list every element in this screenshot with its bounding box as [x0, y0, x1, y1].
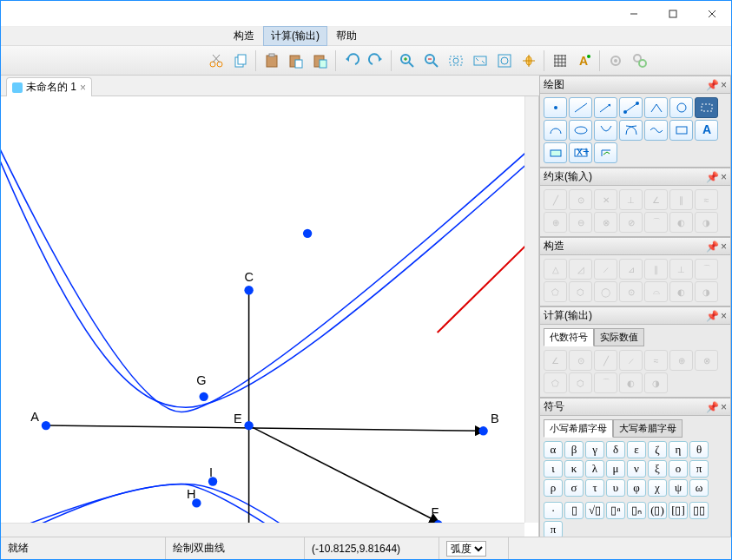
construct-tool[interactable]: ⬠ [544, 281, 567, 302]
grid-icon[interactable] [549, 49, 571, 72]
greek-symbol[interactable]: φ [627, 479, 646, 497]
construct-tool[interactable]: ⬡ [569, 281, 592, 302]
compute-tool[interactable]: ≈ [644, 350, 668, 371]
greek-symbol[interactable]: ι [544, 460, 563, 478]
compute-tool[interactable]: ╱ [594, 350, 617, 371]
compute-tool[interactable]: ◑ [644, 372, 668, 393]
compute-tab-algebraic[interactable]: 代数符号 [544, 328, 594, 346]
zoom-window-icon[interactable] [445, 49, 467, 72]
math-symbol[interactable]: π [544, 521, 563, 537]
constraint-tool[interactable]: ≈ [695, 189, 718, 210]
greek-symbol[interactable]: μ [606, 460, 625, 478]
greek-symbol[interactable]: ν [627, 460, 646, 478]
zoom-in-icon[interactable] [396, 49, 419, 72]
math-symbol[interactable]: ▯ⁿ [606, 502, 625, 519]
draw-tool-3[interactable] [594, 97, 617, 118]
greek-symbol[interactable]: λ [585, 460, 604, 478]
constraint-tool[interactable]: ◐ [669, 212, 693, 233]
compute-tool[interactable]: ⊙ [569, 350, 592, 371]
draw-tool-13[interactable] [669, 120, 693, 141]
draw-tool-11[interactable] [619, 120, 643, 141]
greek-symbol[interactable]: χ [648, 479, 667, 497]
panel-close-icon[interactable]: × [721, 401, 727, 413]
zoom-extent-icon[interactable] [493, 49, 516, 72]
construct-tool[interactable]: ⊙ [619, 281, 643, 302]
draw-tool-select-box[interactable] [695, 97, 718, 118]
construct-tool[interactable]: ∥ [644, 259, 668, 280]
cut-icon[interactable] [205, 49, 228, 72]
greek-symbol[interactable]: π [689, 460, 709, 478]
math-symbol[interactable]: · [544, 502, 563, 519]
greek-symbol[interactable]: ο [669, 460, 688, 478]
draw-tool-15[interactable] [544, 142, 567, 163]
maximize-button[interactable] [653, 1, 692, 27]
label-icon[interactable]: A [573, 49, 596, 72]
draw-tool-17[interactable] [594, 142, 617, 163]
pin-icon[interactable]: 📌 [706, 171, 719, 183]
construct-tool[interactable]: ◑ [695, 281, 718, 302]
greek-symbol[interactable]: γ [585, 441, 604, 458]
panel-close-icon[interactable]: × [721, 79, 727, 91]
greek-symbol[interactable]: ω [689, 479, 709, 497]
compute-tool[interactable]: ⟋ [619, 350, 643, 371]
greek-symbol[interactable]: δ [606, 441, 625, 458]
draw-tool-8[interactable] [544, 120, 567, 141]
panel-close-icon[interactable]: × [721, 240, 727, 253]
pin-icon[interactable]: 📌 [706, 310, 719, 322]
greek-symbol[interactable]: α [544, 441, 563, 458]
construct-tool[interactable]: ◐ [669, 281, 693, 302]
canvas-area[interactable]: A B C E F G H I [1, 96, 539, 537]
construct-tool[interactable]: ◯ [594, 281, 617, 302]
draw-tool-6[interactable] [669, 97, 693, 118]
close-button[interactable] [692, 1, 731, 27]
paste-icon[interactable] [260, 49, 283, 72]
zoom-out-icon[interactable] [420, 49, 443, 72]
greek-symbol[interactable]: θ [689, 441, 709, 458]
greek-symbol[interactable]: β [564, 441, 584, 458]
panel-close-icon[interactable]: × [721, 310, 727, 322]
math-symbol[interactable]: (▯) [648, 502, 667, 519]
constraint-tool[interactable]: ✕ [594, 189, 617, 210]
construct-tool[interactable]: ⊥ [669, 259, 693, 280]
draw-tool-1[interactable] [544, 97, 567, 118]
greek-symbol[interactable]: τ [585, 479, 604, 497]
pin-icon[interactable]: 📌 [706, 240, 719, 253]
menu-construct[interactable]: 构造 [227, 27, 261, 45]
construct-tool[interactable]: ⟋ [594, 259, 617, 280]
greek-symbol[interactable]: ρ [544, 479, 563, 497]
panel-close-icon[interactable]: × [721, 171, 727, 183]
document-tab[interactable]: 未命名的 1 × [6, 77, 92, 96]
math-symbol[interactable]: [▯] [669, 502, 688, 519]
constraint-tool[interactable]: ╱ [544, 189, 567, 210]
symbol-tab-lower[interactable]: 小写希腊字母 [544, 419, 613, 438]
compute-tool[interactable]: ⌒ [594, 372, 617, 393]
compute-tool[interactable]: ◐ [619, 372, 643, 393]
constraint-tool[interactable]: ∥ [669, 189, 693, 210]
constraint-tool[interactable]: ⊖ [569, 212, 592, 233]
construct-tool[interactable]: ⌒ [695, 259, 718, 280]
minimize-button[interactable] [614, 1, 653, 27]
math-symbol[interactable]: √▯ [585, 502, 604, 519]
math-symbol[interactable]: ▯ [564, 502, 584, 519]
construct-tool[interactable]: ⊿ [619, 259, 643, 280]
greek-symbol[interactable]: η [669, 441, 688, 458]
constraint-tool[interactable]: ⊗ [594, 212, 617, 233]
tab-close-icon[interactable]: × [80, 82, 86, 94]
compute-tool[interactable]: ⊕ [669, 350, 693, 371]
symbol-tab-upper[interactable]: 大写希腊字母 [613, 419, 683, 438]
construct-tool[interactable]: ⌓ [644, 281, 668, 302]
menu-help[interactable]: 帮助 [329, 27, 364, 45]
draw-tool-12[interactable] [644, 120, 668, 141]
constraint-tool[interactable]: ∠ [644, 189, 668, 210]
redo-icon[interactable] [365, 49, 387, 72]
vertical-scrollbar[interactable] [524, 96, 538, 523]
draw-tool-10[interactable] [594, 120, 617, 141]
draw-tool-4[interactable] [619, 97, 643, 118]
compute-tool[interactable]: ∠ [544, 350, 567, 371]
greek-symbol[interactable]: ε [627, 441, 646, 458]
undo-icon[interactable] [340, 49, 363, 72]
horizontal-scrollbar[interactable] [1, 523, 524, 537]
greek-symbol[interactable]: σ [564, 479, 584, 497]
settings1-icon[interactable] [604, 49, 627, 72]
pin-icon[interactable]: 📌 [706, 401, 719, 413]
